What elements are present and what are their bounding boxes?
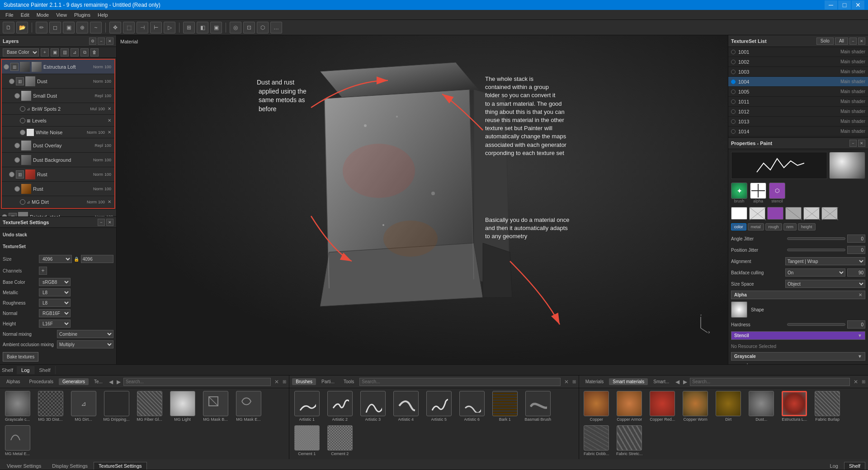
shelf-mat-close-btn[interactable]: ✕ [854,379,858,385]
shelf-mat-next-btn[interactable]: ▶ [683,379,687,385]
channel-format-normal[interactable]: RGB16F [39,309,71,317]
layer-vis-mg-dirt[interactable] [20,199,25,205]
layer-item-dust[interactable]: ▥ Dust Norm 100 [2,74,114,89]
shelf-tab-shelf[interactable]: Shelf [34,366,55,374]
shelf-mat-fabric-stretch[interactable]: Fabric Stretc... [615,425,644,456]
add-filter-btn[interactable]: ⊿ [71,48,79,56]
prop-angle-jitter-slider[interactable] [787,237,845,240]
ts-item-1014[interactable]: 1014 Main shader [728,127,868,136]
menu-edit[interactable]: Edit [17,11,33,19]
color-swatch-cross[interactable] [749,207,765,220]
layers-settings-btn[interactable]: ⚙ [89,38,96,45]
menu-mode[interactable]: Mode [33,11,53,19]
color-swatch-cross3[interactable] [821,207,838,220]
shelf-materials-search[interactable] [690,378,850,386]
tool-transform[interactable]: ✥ [109,22,121,33]
prop-alignment-select[interactable]: Tangent | Wrap [785,257,865,265]
layer-del-white-noise[interactable]: ✕ [106,129,113,136]
menu-file[interactable]: File [2,11,17,19]
prop-position-jitter-input[interactable] [847,246,865,254]
normal-mixing-select[interactable]: Combine [57,330,113,338]
alpha-section-header[interactable]: Alpha ✕ [731,291,865,299]
shelf-gen-grayscale-c[interactable]: Grayscale c... [3,391,32,422]
color-swatch-cross2[interactable] [803,207,820,220]
layer-item-painted-steel[interactable]: ▥ Painted_steel Norm 100 [0,210,116,216]
shelf-gen-mglight[interactable]: MG Light [168,391,197,422]
prop-backface-culling-input[interactable] [847,268,865,277]
ts-item-1013[interactable]: 1013 Main shader [728,117,868,127]
shelf-brush-basmati[interactable]: Basmati Brush [523,391,552,422]
prop-position-jitter-slider[interactable] [787,249,845,251]
tool-extra[interactable]: … [270,22,282,33]
channel-format-base-color[interactable]: sRGB8 [39,278,71,286]
shelf-brush-artistic4[interactable]: Artistic 4 [391,391,420,422]
grayscale-section-header[interactable]: Grayscale ▼ [731,352,865,361]
viewport-3d[interactable]: Material [117,35,728,364]
color-swatch-white[interactable] [731,207,747,220]
layers-close-btn[interactable]: ✕ [106,38,113,45]
shelf-tab-materials[interactable]: Materials [582,378,608,385]
ts-item-1003[interactable]: 1003 Main shader [728,67,868,77]
ts-item-1012[interactable]: 1012 Main shader [728,107,868,117]
bp-tab-textureset[interactable]: TextureSet Settings [94,462,146,470]
shelf-mat-dust[interactable]: Dust... [747,391,776,422]
bp-tab-log[interactable]: Log [825,462,843,470]
tool-render1[interactable]: ◎ [230,22,241,33]
tool-clone[interactable]: ⊕ [76,22,88,33]
layer-vis-small-dust[interactable] [14,93,20,99]
shelf-tab-log[interactable]: Log [17,366,34,374]
ts-collapse-btn[interactable]: − [98,219,105,226]
shelf-gen-mgmaske[interactable]: MG Mask E... [234,391,263,422]
menu-view[interactable]: View [52,11,71,19]
add-layer-btn[interactable]: + [41,48,49,56]
tool-render2[interactable]: ⊡ [243,22,255,33]
prop-hardness-input[interactable] [847,320,865,329]
layer-vis-rust-fill[interactable] [14,186,20,192]
shelf-mat-copper-worn[interactable]: Copper Worn [681,391,710,422]
prop-hardness-slider[interactable] [787,323,845,326]
layer-del-levels[interactable]: ✕ [106,118,113,124]
ts-item-1001[interactable]: 1001 Main shader [728,47,868,57]
shelf-gen-mgmetale[interactable]: MG Metal E... [3,425,32,456]
shelf-brushes-close-btn[interactable]: ✕ [564,379,569,385]
color-swatch-metal[interactable] [785,207,802,220]
layer-delete-btn[interactable]: 🗑 [90,48,99,56]
shelf-mat-fabric-burlap[interactable]: Fabric Burlap [813,391,842,422]
layer-item-estructura-loft[interactable]: ▥ Estructura Loft Norm 100 [2,60,114,74]
layer-vis-dust-overlay[interactable] [14,143,20,148]
layers-collapse-btn[interactable]: − [98,38,105,45]
channel-format-metallic[interactable]: L8 [39,288,71,296]
tool-grid[interactable]: ⊞ [183,22,195,33]
ts-item-1004[interactable]: 1004 Main shader [728,77,868,87]
shelf-gen-mgfiber[interactable]: MG Fiber Gl... [135,391,164,422]
close-button[interactable]: ✕ [852,0,864,9]
shelf-mat-copper-red[interactable]: Copper Red... [648,391,677,422]
layer-del-bnw[interactable]: ✕ [106,106,113,112]
tool-viewport2[interactable]: ▣ [210,22,222,33]
shelf-mat-dirt[interactable]: Dirt [714,391,743,422]
ts-item-1011[interactable]: 1011 Main shader [728,97,868,107]
layer-vis-painted-steel[interactable] [2,214,7,217]
shelf-mat-estructura[interactable]: Estructura L... [780,391,809,422]
layer-vis-dust-bg[interactable] [14,157,20,163]
bp-tab-shelf[interactable]: Shelf [844,462,865,470]
prop-size-space-select[interactable]: Object [785,280,865,288]
ch-tab-height[interactable]: height [798,223,816,230]
shelf-generators-search[interactable] [123,378,271,386]
layer-vis-bnw[interactable] [20,106,25,112]
ts-list-close[interactable]: ✕ [858,38,865,45]
tool-option1[interactable]: ▷ [164,22,175,33]
layer-item-small-dust[interactable]: Small Dust Repl 100 [2,89,114,103]
add-channel-btn[interactable]: + [39,267,47,275]
shelf-brush-bark1[interactable]: Bark 1 [490,391,519,422]
layer-vis-levels[interactable] [20,118,25,123]
shelf-gen-mgdirt[interactable]: ⊿ MG Dirt... [69,391,98,422]
shelf-mat-copper-armor[interactable]: Copper Armor [615,391,644,422]
ts-all-btn[interactable]: All [835,38,848,45]
layer-item-dust-overlay[interactable]: Dust Overlay Repl 100 [2,138,114,153]
shelf-tab-smart-materials[interactable]: Smart materials [609,378,648,385]
shelf-tab-brushes[interactable]: Brushes [292,378,316,385]
props-close-btn[interactable]: ✕ [858,140,865,147]
tool-open[interactable]: 📂 [16,22,28,33]
tool-viewport1[interactable]: ◧ [197,22,208,33]
